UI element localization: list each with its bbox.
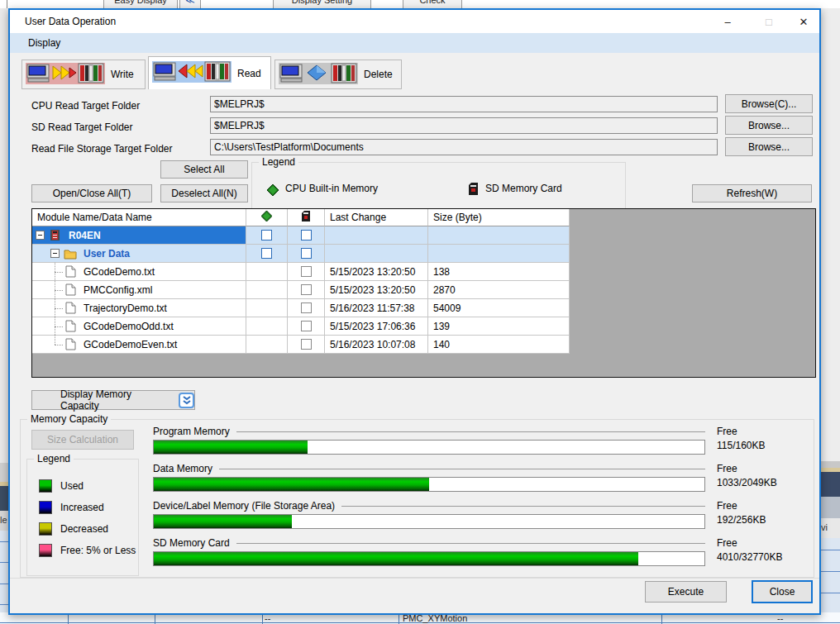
sd-checkbox[interactable] <box>301 266 312 277</box>
data-memory-free: Free1033/2049KB <box>717 462 816 490</box>
maximize-button[interactable]: □ <box>752 10 785 33</box>
file-storage-target-folder-label: Read File Storage Target Folder <box>31 141 173 156</box>
menu-display[interactable]: Display <box>23 33 65 53</box>
increased-color-swatch <box>39 501 52 514</box>
table-row-folder[interactable]: User Data <box>32 245 570 263</box>
cpu-checkbox[interactable] <box>261 248 272 259</box>
decreased-color-swatch <box>39 522 52 536</box>
cpu-read-target-folder-label: CPU Read Target Folder <box>31 98 140 113</box>
bg-left-label: le <box>0 511 8 531</box>
write-tab-icon <box>26 63 105 87</box>
tab-write[interactable]: Write <box>21 60 146 89</box>
free-low-label: Free: 5% or Less <box>60 544 136 557</box>
minimize-button[interactable]: – <box>711 10 744 33</box>
execute-button[interactable]: Execute <box>645 581 727 603</box>
file-name: GCodeDemoEven.txt <box>84 339 177 350</box>
used-color-swatch <box>39 479 52 493</box>
collapse-toggle[interactable] <box>50 249 60 258</box>
sd-checkbox[interactable] <box>301 248 312 259</box>
file-storage-target-folder-input[interactable] <box>210 139 718 155</box>
memory-type-legend-group: Legend CPU Built-in Memory SD Memory Car… <box>251 162 626 212</box>
sd-memory-card-bar-fill <box>154 552 638 565</box>
last-change-cell <box>325 226 428 245</box>
free-low-color-swatch <box>39 544 52 557</box>
module-name: R04EN <box>69 230 101 241</box>
cpu-read-target-folder-input[interactable] <box>210 96 718 112</box>
tab-delete[interactable]: Delete <box>274 60 402 89</box>
sd-memory-card-free: Free4010/32770KB <box>717 536 816 564</box>
memory-legend-title: Legend <box>34 453 74 464</box>
delete-tab-icon <box>279 63 358 87</box>
file-name: PMCConfig.xml <box>84 284 152 296</box>
close-button[interactable]: Close <box>752 580 813 603</box>
display-memory-capacity-button[interactable]: Display Memory Capacity <box>31 390 195 410</box>
background-right-edge: vi <box>819 8 840 624</box>
file-icon <box>65 265 76 280</box>
last-change-cell: 5/16/2023 10:07:08 <box>325 336 428 354</box>
program-memory-free: Free115/160KB <box>717 425 816 453</box>
browse-cpu-button[interactable]: Browse(C)... <box>725 94 813 113</box>
collapse-toggle[interactable] <box>36 231 45 240</box>
size-cell: 2870 <box>428 281 570 299</box>
file-name: TrajectoryDemo.txt <box>84 302 167 314</box>
last-change-cell: 5/15/2023 17:06:36 <box>325 317 428 336</box>
display-memory-capacity-label: Display Memory Capacity <box>60 388 169 412</box>
read-tab-icon <box>152 61 231 85</box>
last-change-cell: 5/15/2023 13:20:50 <box>325 263 428 281</box>
user-data-operation-dialog: User Data Operation – □ ✕ Display <box>8 8 821 615</box>
column-header-size[interactable]: Size (Byte) <box>428 209 570 226</box>
tab-read[interactable]: Read <box>148 56 271 89</box>
browse-filestorage-button[interactable]: Browse... <box>725 137 813 156</box>
column-header-sd-card[interactable] <box>288 209 325 226</box>
column-header-last-change[interactable]: Last Change <box>325 209 428 226</box>
data-memory-bar-fill <box>154 478 429 491</box>
size-cell: 139 <box>428 317 570 336</box>
size-cell: 54009 <box>428 299 570 317</box>
menubar: Display <box>10 33 819 53</box>
table-row-file[interactable]: TrajectoryDemo.txt 5/16/2023 11:57:38 54… <box>32 299 570 317</box>
file-icon <box>65 283 76 298</box>
sd-checkbox[interactable] <box>301 284 312 295</box>
sd-checkbox[interactable] <box>301 339 312 350</box>
table-row-file[interactable]: GCodeDemo.txt 5/15/2023 13:20:50 138 <box>32 263 570 281</box>
deselect-all-button[interactable]: Deselect All(N) <box>160 184 248 202</box>
refresh-button[interactable]: Refresh(W) <box>692 184 812 202</box>
cpu-memory-icon <box>261 211 272 224</box>
table-row-file[interactable]: GCodeDemoOdd.txt 5/15/2023 17:06:36 139 <box>32 317 570 336</box>
program-memory-label: Program Memory <box>153 426 705 437</box>
table-row-file[interactable]: PMCConfig.xml 5/15/2023 13:20:50 2870 <box>32 281 570 299</box>
last-change-cell: 5/15/2023 13:20:50 <box>325 281 428 299</box>
sd-card-legend-label: SD Memory Card <box>485 183 562 194</box>
used-label: Used <box>60 479 84 493</box>
file-icon <box>65 320 76 335</box>
column-header-cpu-memory[interactable] <box>246 209 288 226</box>
size-calculation-button[interactable]: Size Calculation <box>31 430 134 450</box>
sd-checkbox[interactable] <box>301 321 312 331</box>
sd-memory-card-label: SD Memory Card <box>153 537 705 549</box>
sd-checkbox[interactable] <box>301 230 312 241</box>
column-header-name[interactable]: Module Name/Data Name <box>32 209 246 226</box>
bg-separator <box>7 0 7 8</box>
titlebar[interactable]: User Data Operation – □ ✕ <box>10 10 819 33</box>
close-window-button[interactable]: ✕ <box>790 10 818 33</box>
sd-checkbox[interactable] <box>301 302 312 313</box>
select-all-button[interactable]: Select All <box>160 160 248 179</box>
table-row-module[interactable]: R04EN <box>32 226 570 245</box>
sd-read-target-folder-input[interactable] <box>210 117 718 134</box>
open-close-all-button[interactable]: Open/Close All(T) <box>31 184 152 202</box>
dialog-title: User Data Operation <box>25 10 116 33</box>
browse-sd-button[interactable]: Browse... <box>725 116 813 135</box>
table-header-row: Module Name/Data Name Last Change Size (… <box>32 209 570 227</box>
device-label-memory-bar-fill <box>154 515 292 528</box>
bg-right-label: vi <box>819 518 840 538</box>
memory-capacity-title: Memory Capacity <box>27 413 111 425</box>
footer-separator <box>10 578 819 579</box>
program-memory-bar <box>153 440 705 455</box>
table-row-file[interactable]: GCodeDemoEven.txt 5/16/2023 10:07:08 140 <box>32 336 570 354</box>
sd-memory-card-bar <box>153 551 705 566</box>
tab-read-label: Read <box>237 68 261 79</box>
last-change-cell: 5/16/2023 11:57:38 <box>325 299 428 317</box>
tab-write-label: Write <box>111 69 134 80</box>
cpu-checkbox[interactable] <box>261 230 272 241</box>
device-label-memory-label: Device/Label Memory (File Storage Area) <box>153 500 705 512</box>
